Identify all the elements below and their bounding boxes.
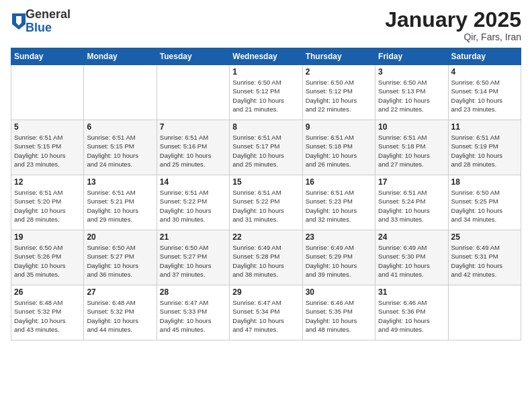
day-number: 21	[160, 232, 226, 242]
logo-blue-text: Blue	[26, 21, 71, 35]
title-block: January 2025 Qir, Fars, Iran	[385, 8, 521, 42]
day-info: Sunrise: 6:48 AM Sunset: 5:32 PM Dayligh…	[87, 298, 153, 334]
table-row: 12Sunrise: 6:51 AM Sunset: 5:20 PM Dayli…	[11, 175, 84, 230]
day-number: 23	[306, 232, 372, 242]
month-title: January 2025	[385, 8, 521, 32]
calendar-week-3: 12Sunrise: 6:51 AM Sunset: 5:20 PM Dayli…	[11, 175, 521, 230]
day-number: 15	[232, 177, 299, 187]
day-number: 25	[451, 232, 518, 242]
day-info: Sunrise: 6:51 AM Sunset: 5:20 PM Dayligh…	[14, 188, 81, 224]
day-info: Sunrise: 6:51 AM Sunset: 5:15 PM Dayligh…	[14, 133, 81, 169]
day-number: 9	[306, 122, 372, 132]
day-number: 28	[160, 287, 226, 297]
day-number: 20	[87, 232, 153, 242]
table-row: 2Sunrise: 6:50 AM Sunset: 5:12 PM Daylig…	[302, 65, 375, 120]
table-row: 8Sunrise: 6:51 AM Sunset: 5:17 PM Daylig…	[230, 120, 302, 175]
header-tuesday: Tuesday	[157, 48, 229, 65]
table-row: 1Sunrise: 6:50 AM Sunset: 5:12 PM Daylig…	[230, 65, 302, 120]
day-number: 18	[451, 177, 518, 187]
day-info: Sunrise: 6:50 AM Sunset: 5:13 PM Dayligh…	[378, 78, 445, 113]
day-info: Sunrise: 6:51 AM Sunset: 5:16 PM Dayligh…	[160, 133, 226, 169]
day-number: 16	[306, 177, 372, 187]
day-info: Sunrise: 6:51 AM Sunset: 5:24 PM Dayligh…	[378, 188, 445, 224]
day-number: 27	[87, 287, 153, 297]
day-info: Sunrise: 6:46 AM Sunset: 5:35 PM Dayligh…	[306, 298, 372, 334]
table-row: 13Sunrise: 6:51 AM Sunset: 5:21 PM Dayli…	[84, 175, 157, 230]
day-number: 4	[451, 67, 518, 77]
day-info: Sunrise: 6:51 AM Sunset: 5:23 PM Dayligh…	[306, 188, 372, 224]
day-number: 2	[306, 67, 372, 77]
day-info: Sunrise: 6:50 AM Sunset: 5:14 PM Dayligh…	[451, 78, 518, 113]
table-row: 21Sunrise: 6:50 AM Sunset: 5:27 PM Dayli…	[157, 230, 229, 285]
table-row: 18Sunrise: 6:50 AM Sunset: 5:25 PM Dayli…	[448, 175, 521, 230]
table-row	[157, 65, 229, 120]
table-row: 27Sunrise: 6:48 AM Sunset: 5:32 PM Dayli…	[84, 285, 157, 340]
table-row: 7Sunrise: 6:51 AM Sunset: 5:16 PM Daylig…	[157, 120, 229, 175]
table-row: 4Sunrise: 6:50 AM Sunset: 5:14 PM Daylig…	[448, 65, 521, 120]
day-info: Sunrise: 6:49 AM Sunset: 5:29 PM Dayligh…	[306, 243, 372, 279]
day-number: 13	[87, 177, 153, 187]
location: Qir, Fars, Iran	[385, 32, 521, 42]
table-row	[84, 65, 157, 120]
logo-text: General Blue	[26, 8, 71, 35]
header: General Blue January 2025 Qir, Fars, Ira…	[11, 8, 521, 42]
day-info: Sunrise: 6:47 AM Sunset: 5:34 PM Dayligh…	[232, 298, 299, 334]
table-row: 24Sunrise: 6:49 AM Sunset: 5:30 PM Dayli…	[375, 230, 448, 285]
day-number: 31	[378, 287, 445, 297]
day-info: Sunrise: 6:49 AM Sunset: 5:31 PM Dayligh…	[451, 243, 518, 279]
logo: General Blue	[11, 8, 71, 35]
table-row: 30Sunrise: 6:46 AM Sunset: 5:35 PM Dayli…	[302, 285, 375, 340]
day-number: 11	[451, 122, 518, 132]
table-row: 14Sunrise: 6:51 AM Sunset: 5:22 PM Dayli…	[157, 175, 229, 230]
table-row: 28Sunrise: 6:47 AM Sunset: 5:33 PM Dayli…	[157, 285, 229, 340]
day-number: 30	[306, 287, 372, 297]
table-row: 16Sunrise: 6:51 AM Sunset: 5:23 PM Dayli…	[302, 175, 375, 230]
day-info: Sunrise: 6:50 AM Sunset: 5:27 PM Dayligh…	[87, 243, 153, 279]
table-row	[448, 285, 521, 340]
table-row: 9Sunrise: 6:51 AM Sunset: 5:18 PM Daylig…	[302, 120, 375, 175]
day-info: Sunrise: 6:50 AM Sunset: 5:25 PM Dayligh…	[451, 188, 518, 224]
table-row: 20Sunrise: 6:50 AM Sunset: 5:27 PM Dayli…	[84, 230, 157, 285]
day-number: 17	[378, 177, 445, 187]
day-info: Sunrise: 6:49 AM Sunset: 5:28 PM Dayligh…	[232, 243, 299, 279]
calendar-week-1: 1Sunrise: 6:50 AM Sunset: 5:12 PM Daylig…	[11, 65, 521, 120]
table-row: 26Sunrise: 6:48 AM Sunset: 5:32 PM Dayli…	[11, 285, 84, 340]
day-info: Sunrise: 6:51 AM Sunset: 5:18 PM Dayligh…	[378, 133, 445, 169]
day-number: 6	[87, 122, 153, 132]
day-number: 29	[232, 287, 299, 297]
day-info: Sunrise: 6:48 AM Sunset: 5:32 PM Dayligh…	[14, 298, 81, 334]
table-row: 10Sunrise: 6:51 AM Sunset: 5:18 PM Dayli…	[375, 120, 448, 175]
day-info: Sunrise: 6:47 AM Sunset: 5:33 PM Dayligh…	[160, 298, 226, 334]
day-number: 12	[14, 177, 81, 187]
table-row: 31Sunrise: 6:46 AM Sunset: 5:36 PM Dayli…	[375, 285, 448, 340]
logo-icon	[12, 13, 26, 30]
table-row: 29Sunrise: 6:47 AM Sunset: 5:34 PM Dayli…	[230, 285, 302, 340]
day-number: 8	[232, 122, 299, 132]
day-info: Sunrise: 6:50 AM Sunset: 5:12 PM Dayligh…	[232, 78, 299, 113]
day-info: Sunrise: 6:46 AM Sunset: 5:36 PM Dayligh…	[378, 298, 445, 334]
calendar-week-2: 5Sunrise: 6:51 AM Sunset: 5:15 PM Daylig…	[11, 120, 521, 175]
day-number: 5	[14, 122, 81, 132]
header-friday: Friday	[375, 48, 448, 65]
day-number: 19	[14, 232, 81, 242]
day-number: 22	[232, 232, 299, 242]
table-row: 19Sunrise: 6:50 AM Sunset: 5:26 PM Dayli…	[11, 230, 84, 285]
table-row: 11Sunrise: 6:51 AM Sunset: 5:19 PM Dayli…	[448, 120, 521, 175]
table-row: 5Sunrise: 6:51 AM Sunset: 5:15 PM Daylig…	[11, 120, 84, 175]
day-info: Sunrise: 6:51 AM Sunset: 5:15 PM Dayligh…	[87, 133, 153, 169]
header-thursday: Thursday	[302, 48, 375, 65]
header-saturday: Saturday	[448, 48, 521, 65]
day-number: 24	[378, 232, 445, 242]
day-info: Sunrise: 6:51 AM Sunset: 5:18 PM Dayligh…	[306, 133, 372, 169]
day-number: 1	[232, 67, 299, 77]
day-info: Sunrise: 6:51 AM Sunset: 5:22 PM Dayligh…	[232, 188, 299, 224]
header-sunday: Sunday	[11, 48, 84, 65]
day-info: Sunrise: 6:51 AM Sunset: 5:22 PM Dayligh…	[160, 188, 226, 224]
table-row: 15Sunrise: 6:51 AM Sunset: 5:22 PM Dayli…	[230, 175, 302, 230]
day-number: 26	[14, 287, 81, 297]
day-number: 10	[378, 122, 445, 132]
day-info: Sunrise: 6:49 AM Sunset: 5:30 PM Dayligh…	[378, 243, 445, 279]
header-wednesday: Wednesday	[230, 48, 302, 65]
table-row: 3Sunrise: 6:50 AM Sunset: 5:13 PM Daylig…	[375, 65, 448, 120]
day-info: Sunrise: 6:51 AM Sunset: 5:21 PM Dayligh…	[87, 188, 153, 224]
